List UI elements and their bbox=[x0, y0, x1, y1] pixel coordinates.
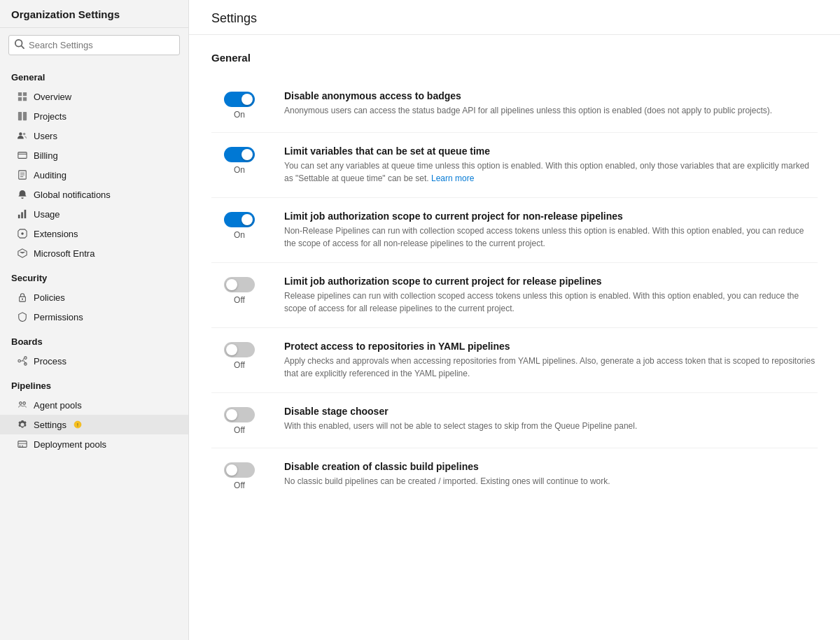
svg-point-3 bbox=[23, 133, 26, 136]
sidebar-item-microsoft-entra[interactable]: Microsoft Entra bbox=[0, 243, 188, 263]
sidebar-item-label: Permissions bbox=[34, 312, 83, 322]
sidebar-item-users[interactable]: Users bbox=[0, 126, 188, 145]
toggle-job-auth-non-release[interactable] bbox=[224, 212, 255, 227]
lock-icon bbox=[17, 292, 28, 303]
toggle-disable-classic-build[interactable] bbox=[224, 462, 255, 478]
sidebar-item-billing[interactable]: Billing bbox=[0, 145, 188, 165]
sidebar-item-label: Microsoft Entra bbox=[34, 248, 94, 259]
process-icon bbox=[17, 355, 28, 367]
setting-desc-job-auth-non-release: Non-Release Pipelines can run with colle… bbox=[284, 225, 818, 250]
sidebar-item-deployment-pools[interactable]: Deployment pools bbox=[0, 434, 188, 454]
sidebar-item-auditing[interactable]: Auditing bbox=[0, 165, 188, 185]
toggle-area-job-auth-non-release: On bbox=[211, 211, 267, 240]
sidebar-item-label: Extensions bbox=[34, 229, 78, 239]
setting-item-disable-classic-build: Off Disable creation of classic build pi… bbox=[211, 448, 818, 503]
toggle-label-protect-yaml: Off bbox=[234, 360, 245, 370]
sidebar-item-agent-pools[interactable]: Agent pools bbox=[0, 395, 188, 415]
toggle-anonymous-badges[interactable] bbox=[224, 92, 255, 107]
sidebar-item-label: Billing bbox=[34, 150, 58, 161]
sidebar-item-label: Deployment pools bbox=[34, 439, 106, 450]
setting-item-job-auth-non-release: On Limit job authorization scope to curr… bbox=[211, 198, 818, 263]
page-title: Settings bbox=[211, 11, 818, 26]
sidebar-item-label: Users bbox=[34, 131, 57, 141]
sidebar-scroll: General Overview Projects Users Billing bbox=[0, 62, 188, 640]
sidebar-item-process[interactable]: Process bbox=[0, 351, 188, 371]
svg-text:!: ! bbox=[77, 422, 78, 427]
learn-more-link[interactable]: Learn more bbox=[431, 173, 474, 183]
toggle-job-auth-release[interactable] bbox=[224, 277, 255, 292]
setting-item-protect-yaml: Off Protect access to repositories in YA… bbox=[211, 328, 818, 393]
svg-point-21 bbox=[22, 446, 23, 447]
toggle-label-limit-variables: On bbox=[234, 165, 245, 175]
bell-icon bbox=[17, 189, 28, 200]
setting-title-job-auth-non-release: Limit job authorization scope to current… bbox=[284, 211, 818, 222]
setting-item-anonymous-badges: On Disable anonymous access to badges An… bbox=[211, 78, 818, 133]
shield-icon bbox=[17, 311, 28, 322]
auditing-icon bbox=[17, 169, 28, 180]
toggle-area-protect-yaml: Off bbox=[211, 341, 267, 370]
svg-point-16 bbox=[23, 402, 26, 405]
section-title: General bbox=[211, 52, 818, 64]
section-label-general: General bbox=[0, 62, 188, 87]
setting-info-disable-stage-chooser: Disable stage chooser With this enabled,… bbox=[284, 406, 818, 432]
svg-point-11 bbox=[22, 299, 23, 300]
setting-info-protect-yaml: Protect access to repositories in YAML p… bbox=[284, 341, 818, 380]
setting-desc-job-auth-release: Release pipelines can run with collectio… bbox=[284, 290, 818, 315]
setting-title-anonymous-badges: Disable anonymous access to badges bbox=[284, 90, 818, 101]
sidebar-item-policies[interactable]: Policies bbox=[0, 287, 188, 307]
setting-desc-limit-variables: You can set any variables at queue time … bbox=[284, 159, 818, 185]
projects-icon bbox=[17, 111, 28, 122]
svg-rect-4 bbox=[18, 152, 27, 159]
sidebar-item-usage[interactable]: Usage bbox=[0, 204, 188, 224]
sidebar-item-extensions[interactable]: Extensions bbox=[0, 224, 188, 243]
svg-point-12 bbox=[18, 360, 21, 362]
setting-item-disable-stage-chooser: Off Disable stage chooser With this enab… bbox=[211, 393, 818, 448]
toggle-disable-stage-chooser[interactable] bbox=[224, 407, 255, 422]
toggle-protect-yaml[interactable] bbox=[224, 342, 255, 357]
setting-info-job-auth-non-release: Limit job authorization scope to current… bbox=[284, 211, 818, 250]
setting-title-disable-classic-build: Disable creation of classic build pipeli… bbox=[284, 461, 818, 472]
usage-icon bbox=[17, 208, 28, 220]
toggle-label-job-auth-non-release: On bbox=[234, 230, 245, 240]
toggle-label-anonymous-badges: On bbox=[234, 110, 245, 120]
sidebar-item-global-notifications[interactable]: Global notifications bbox=[0, 185, 188, 204]
svg-rect-1 bbox=[23, 112, 27, 120]
sidebar-item-permissions[interactable]: Permissions bbox=[0, 307, 188, 327]
sidebar-item-projects[interactable]: Projects bbox=[0, 106, 188, 126]
entra-icon bbox=[17, 248, 28, 259]
settings-list: On Disable anonymous access to badges An… bbox=[211, 78, 818, 503]
svg-point-20 bbox=[20, 446, 21, 447]
sidebar-item-label: Policies bbox=[34, 292, 65, 303]
section-label-security: Security bbox=[0, 263, 188, 287]
search-input[interactable] bbox=[29, 40, 174, 50]
toggle-area-job-auth-release: Off bbox=[211, 276, 267, 305]
svg-rect-8 bbox=[24, 210, 27, 218]
settings-content: General On Disable anonymous access to b… bbox=[189, 35, 840, 520]
toggle-label-job-auth-release: Off bbox=[234, 295, 245, 305]
setting-info-disable-classic-build: Disable creation of classic build pipeli… bbox=[284, 461, 818, 488]
sidebar: Organization Settings General Overview P… bbox=[0, 0, 189, 640]
svg-rect-0 bbox=[18, 112, 22, 120]
setting-desc-protect-yaml: Apply checks and approvals when accessin… bbox=[284, 355, 818, 380]
setting-title-disable-stage-chooser: Disable stage chooser bbox=[284, 406, 818, 417]
svg-point-2 bbox=[19, 132, 22, 135]
sidebar-item-label: Overview bbox=[34, 92, 71, 102]
extensions-icon bbox=[17, 228, 28, 239]
setting-item-limit-variables: On Limit variables that can be set at qu… bbox=[211, 133, 818, 198]
toggle-label-disable-stage-chooser: Off bbox=[234, 425, 245, 435]
grid-icon bbox=[17, 91, 28, 102]
setting-desc-disable-stage-chooser: With this enabled, users will not be abl… bbox=[284, 420, 818, 432]
search-box[interactable] bbox=[8, 35, 180, 55]
sidebar-item-overview[interactable]: Overview bbox=[0, 87, 188, 106]
svg-point-9 bbox=[21, 232, 24, 235]
deploy-icon bbox=[17, 439, 28, 450]
setting-info-job-auth-release: Limit job authorization scope to current… bbox=[284, 276, 818, 315]
gear-icon bbox=[17, 419, 28, 430]
users-icon bbox=[17, 130, 28, 141]
setting-title-protect-yaml: Protect access to repositories in YAML p… bbox=[284, 341, 818, 352]
svg-point-13 bbox=[24, 357, 27, 360]
toggle-area-limit-variables: On bbox=[211, 145, 267, 175]
sidebar-item-settings[interactable]: Settings ! bbox=[0, 415, 188, 434]
sidebar-title: Organization Settings bbox=[0, 0, 188, 28]
toggle-limit-variables[interactable] bbox=[224, 147, 255, 162]
